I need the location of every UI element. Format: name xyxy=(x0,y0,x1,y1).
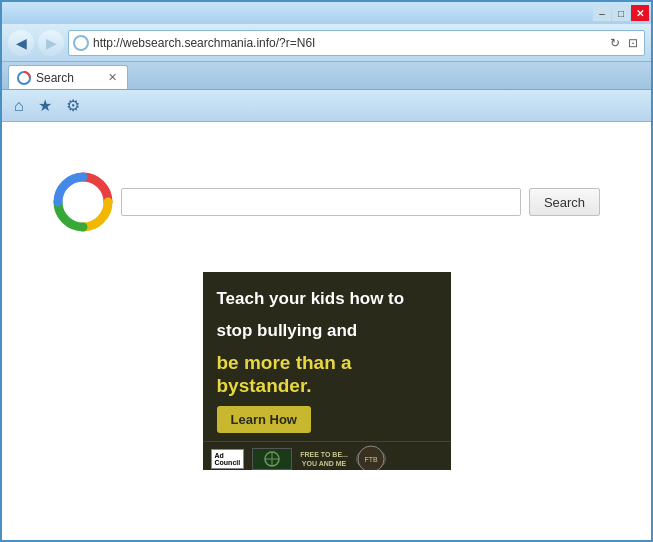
tab-favicon-icon xyxy=(17,71,31,85)
search-row: Search xyxy=(53,172,600,232)
window-controls: – □ ✕ xyxy=(593,5,649,21)
home-button[interactable]: ⌂ xyxy=(10,95,28,117)
close-button[interactable]: ✕ xyxy=(631,5,649,21)
tab-label: Search xyxy=(36,71,74,85)
favorites-button[interactable]: ★ xyxy=(34,94,56,117)
tab-close-button[interactable]: ✕ xyxy=(106,71,119,84)
refresh-button[interactable]: ↻ xyxy=(608,36,622,50)
ad-title-line2: stop bullying and xyxy=(217,320,437,342)
learn-how-button[interactable]: Learn How xyxy=(217,406,311,433)
compat-view-button[interactable]: ⊡ xyxy=(626,36,640,50)
free-to-be-text: FREE TO BE... YOU AND ME xyxy=(300,450,348,468)
ad-banner: Teach your kids how to stop bullying and… xyxy=(203,272,451,470)
address-bar[interactable]: ↻ ⊡ xyxy=(68,30,645,56)
ad-title-line3: be more than a bystander. xyxy=(217,352,437,398)
maximize-button[interactable]: □ xyxy=(612,5,630,21)
ad-footer: Ad Council FREE TO BE... YOU AND ME xyxy=(203,441,451,470)
settings-button[interactable]: ⚙ xyxy=(62,94,84,117)
search-button[interactable]: Search xyxy=(529,188,600,216)
forward-button[interactable]: ▶ xyxy=(38,30,64,56)
svg-text:FTB: FTB xyxy=(364,456,378,463)
security-icon xyxy=(73,35,89,51)
browser-window: – □ ✕ ◀ ▶ ↻ ⊡ Search ✕ ⌂ ★ ⚙ xyxy=(0,0,653,542)
ad-council-logo: Ad Council xyxy=(211,449,245,469)
tab-search[interactable]: Search ✕ xyxy=(8,65,128,89)
tab-bar: Search ✕ xyxy=(2,62,651,90)
search-input[interactable] xyxy=(121,188,521,216)
content-area: Search Teach your kids how to stop bully… xyxy=(2,122,651,540)
search-section: Search Teach your kids how to stop bully… xyxy=(2,122,651,470)
address-input[interactable] xyxy=(93,36,604,50)
logo-container xyxy=(53,172,113,232)
back-button[interactable]: ◀ xyxy=(8,30,34,56)
minimize-button[interactable]: – xyxy=(593,5,611,21)
ad-content: Teach your kids how to stop bullying and… xyxy=(203,272,451,441)
ad-title-line1: Teach your kids how to xyxy=(217,288,437,310)
title-bar: – □ ✕ xyxy=(2,2,651,24)
waitt-institute-logo xyxy=(252,448,292,470)
site-logo xyxy=(53,172,113,232)
navigation-bar: ◀ ▶ ↻ ⊡ xyxy=(2,24,651,62)
toolbar: ⌂ ★ ⚙ xyxy=(2,90,651,122)
free-to-be-logo: FTB xyxy=(356,448,386,470)
